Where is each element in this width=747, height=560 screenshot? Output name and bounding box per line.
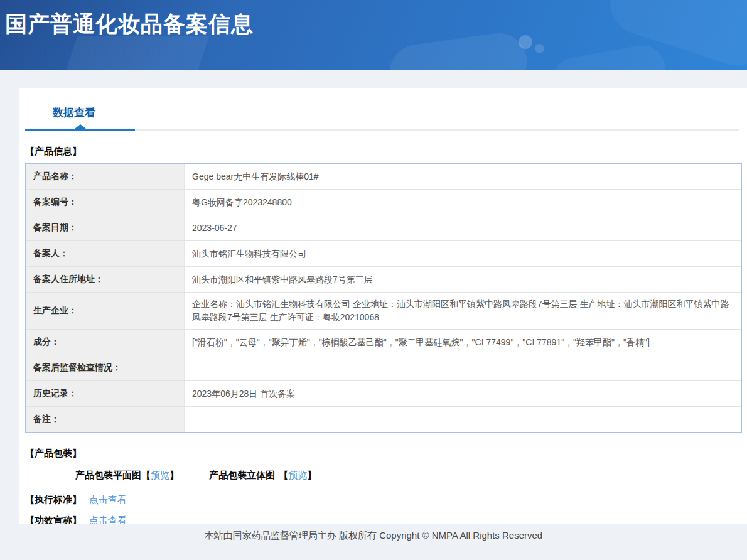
packaging-flat-item: 产品包装平面图【预览】 <box>75 470 181 480</box>
tab-active-underline <box>25 129 135 131</box>
row-value: ["滑石粉"，"云母"，"聚异丁烯"，"棕榈酸乙基己酯"，"聚二甲基硅氧烷"，"… <box>185 330 741 355</box>
row-value: 2023-06-27 <box>185 215 741 240</box>
page-title: 国产普通化妆品备案信息 <box>5 9 254 39</box>
section-title-product-info: 【产品信息】 <box>25 146 747 158</box>
row-label: 成分： <box>26 330 185 355</box>
row-label: 备案日期： <box>26 215 185 240</box>
table-row: 产品名称： Gege bear无中生有发际线棒01# <box>26 164 741 189</box>
tab-divider <box>25 129 739 131</box>
standards-line: 【执行标准】点击查看 <box>25 494 747 506</box>
standards-view-link[interactable]: 点击查看 <box>89 494 127 505</box>
row-value: 汕头市潮阳区和平镇紫中路凤皋路段7号第三层 <box>185 267 741 292</box>
header-decoration <box>602 0 747 70</box>
table-row: 备案日期： 2023-06-27 <box>26 215 741 240</box>
bracket: 【 <box>279 470 288 480</box>
page-header-banner: 国产普通化妆品备案信息 <box>0 0 747 70</box>
row-value <box>185 407 741 432</box>
row-value: 2023年06月28日 首次备案 <box>185 381 741 406</box>
standards-label: 【执行标准】 <box>25 494 82 505</box>
table-row: 备案编号： 粤G妆网备字2023248800 <box>26 189 741 215</box>
table-row: 备案人住所地址： 汕头市潮阳区和平镇紫中路凤皋路段7号第三层 <box>26 266 741 292</box>
packaging-stereo-preview-link[interactable]: 预览 <box>288 470 307 480</box>
packaging-flat-preview-link[interactable]: 预览 <box>151 470 169 480</box>
packaging-stereo-label: 产品包装立体图 <box>209 470 275 480</box>
row-label: 备案编号： <box>26 190 185 215</box>
row-label: 备案人住所地址： <box>26 267 185 292</box>
content-card: 数据查看 【产品信息】 产品名称： Gege bear无中生有发际线棒01# 备… <box>19 88 747 524</box>
row-value: Gege bear无中生有发际线棒01# <box>185 164 741 189</box>
header-decoration-circle <box>519 35 532 49</box>
bracket: 】 <box>169 470 179 480</box>
table-row: 备案人： 汕头市铭汇生物科技有限公司 <box>26 240 741 266</box>
table-row: 备案后监督检查情况： <box>26 355 741 380</box>
row-value <box>185 355 741 380</box>
header-decoration-circle <box>535 44 544 53</box>
page-footer: 本站由国家药品监督管理局主办 版权所有 Copyright © NMPA All… <box>0 524 747 560</box>
packaging-previews: 产品包装平面图【预览】 产品包装立体图【预览】 <box>75 470 747 482</box>
bracket: 【 <box>141 470 151 480</box>
row-label: 历史记录： <box>26 381 185 406</box>
product-info-table: 产品名称： Gege bear无中生有发际线棒01# 备案编号： 粤G妆网备字2… <box>25 163 742 433</box>
header-decoration <box>386 30 530 70</box>
row-label: 备案后监督检查情况： <box>26 355 185 380</box>
table-row: 备注： <box>26 406 741 432</box>
row-label: 生产企业： <box>26 293 185 329</box>
tab-data-view[interactable]: 数据查看 <box>53 105 95 120</box>
packaging-flat-label: 产品包装平面图 <box>75 470 141 480</box>
row-label: 备注： <box>26 407 185 432</box>
table-row: 成分： ["滑石粉"，"云母"，"聚异丁烯"，"棕榈酸乙基己酯"，"聚二甲基硅氧… <box>26 329 741 355</box>
header-decoration <box>61 36 209 70</box>
packaging-stereo-item: 产品包装立体图【预览】 <box>209 470 316 480</box>
row-label: 产品名称： <box>26 164 185 189</box>
row-value: 粤G妆网备字2023248800 <box>185 190 741 215</box>
row-value: 企业名称：汕头市铭汇生物科技有限公司 企业地址：汕头市潮阳区和平镇紫中路凤皋路段… <box>185 293 741 329</box>
section-title-packaging: 【产品包装】 <box>25 448 747 460</box>
bracket: 】 <box>307 470 316 480</box>
row-label: 备案人： <box>26 241 185 266</box>
row-value: 汕头市铭汇生物科技有限公司 <box>185 241 741 266</box>
tab-bar: 数据查看 <box>19 88 747 131</box>
header-decoration <box>549 42 668 70</box>
tab-active-pointer-icon <box>75 124 86 129</box>
copyright-text: 本站由国家药品监督管理局主办 版权所有 Copyright © NMPA All… <box>0 524 747 542</box>
table-row: 历史记录： 2023年06月28日 首次备案 <box>26 380 741 406</box>
table-row: 生产企业： 企业名称：汕头市铭汇生物科技有限公司 企业地址：汕头市潮阳区和平镇紫… <box>26 292 741 329</box>
